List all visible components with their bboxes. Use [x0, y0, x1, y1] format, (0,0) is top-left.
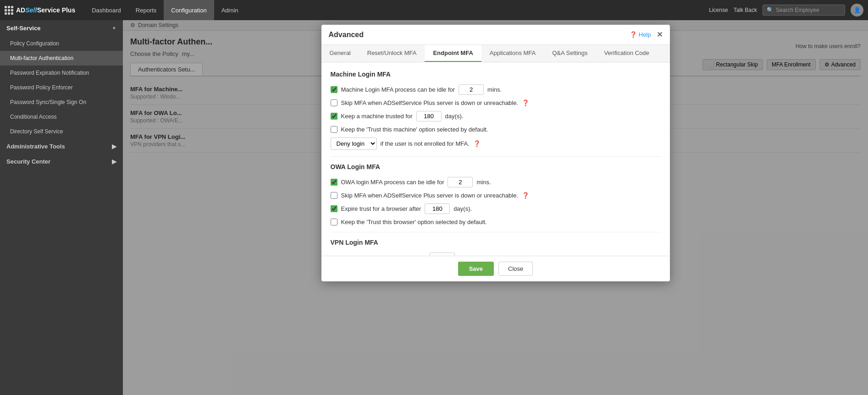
modal-help[interactable]: ❓ Help: [630, 31, 651, 38]
machine-deny-login-row: Deny login Allow login if the user is no…: [331, 137, 661, 150]
machine-trust-label[interactable]: Keep a machine trusted for: [331, 113, 413, 120]
owa-skip-text: Skip MFA when ADSelfService Plus server …: [341, 192, 519, 199]
machine-idle-checkbox[interactable]: [331, 86, 337, 93]
section-divider-2: [331, 232, 661, 232]
machine-default-trust-checkbox[interactable]: [331, 126, 337, 133]
license-link[interactable]: License: [709, 7, 728, 13]
nav-admin[interactable]: Admin: [214, 0, 246, 20]
owa-idle-text1: OWA login MFA process can be idle for: [341, 179, 444, 186]
machine-deny-login-select[interactable]: Deny login Allow login: [331, 137, 377, 150]
owa-default-trust-label[interactable]: Keep the 'Trust this browser' option sel…: [331, 219, 487, 225]
modal-backdrop: Advanced ❓ Help ✕ General Reset/Unlock M…: [123, 20, 868, 395]
owa-expire-trust-checkbox[interactable]: [331, 205, 337, 212]
sidebar: Self-Service ▼ Policy Configuration Mult…: [0, 20, 123, 395]
owa-skip-checkbox[interactable]: [331, 192, 337, 199]
machine-login-section-title: Machine Login MFA: [331, 71, 661, 78]
grid-icon: [5, 6, 13, 15]
chevron-down-icon: ▼: [112, 26, 116, 31]
sidebar-admin-tools[interactable]: Administrative Tools ▶: [0, 139, 123, 154]
sidebar-security-center[interactable]: Security Center ▶: [0, 154, 123, 169]
sidebar-item-password-expiry[interactable]: Password Expiration Notification: [0, 66, 123, 80]
top-nav: ADSelfService Plus Dashboard Reports Con…: [0, 0, 868, 20]
modal-header: Advanced ❓ Help ✕: [321, 25, 670, 45]
sidebar-item-password-policy[interactable]: Password Policy Enforcer: [0, 80, 123, 95]
nav-configuration[interactable]: Configuration: [164, 0, 214, 20]
tab-qa-settings[interactable]: Q&A Settings: [544, 45, 596, 62]
owa-idle-label[interactable]: OWA login MFA process can be idle for: [331, 179, 444, 186]
main-layout: Self-Service ▼ Policy Configuration Mult…: [0, 20, 868, 395]
machine-trust-input[interactable]: 180: [416, 111, 442, 121]
top-menu: Dashboard Reports Configuration Admin: [84, 0, 245, 20]
content-area: ⚙ Domain Settings Multi-factor Authen...…: [123, 20, 868, 395]
sidebar-item-directory-self-service[interactable]: Directory Self Service: [0, 124, 123, 139]
security-center-label: Security Center: [6, 158, 50, 165]
tab-verification-code[interactable]: Verification Code: [596, 45, 658, 62]
machine-skip-option: Skip MFA when ADSelfService Plus server …: [331, 99, 661, 106]
machine-skip-label[interactable]: Skip MFA when ADSelfService Plus server …: [331, 99, 519, 106]
owa-expire-trust-days: day(s).: [453, 205, 472, 212]
sidebar-item-mfa[interactable]: Multi-factor Authentication: [0, 51, 123, 66]
modal-title: Advanced: [329, 31, 630, 39]
machine-trust-days: day(s).: [445, 113, 464, 120]
security-center-chevron-icon: ▶: [112, 158, 116, 165]
machine-deny-login-suffix: if the user is not enrolled for MFA.: [381, 140, 470, 147]
advanced-modal: Advanced ❓ Help ✕ General Reset/Unlock M…: [321, 25, 670, 281]
machine-default-trust-text: Keep the 'Trust this machine' option sel…: [341, 126, 488, 133]
owa-skip-label[interactable]: Skip MFA when ADSelfService Plus server …: [331, 192, 519, 199]
search-icon: 🔍: [767, 7, 774, 13]
machine-trust-checkbox[interactable]: [331, 113, 337, 120]
owa-default-trust-text: Keep the 'Trust this browser' option sel…: [341, 219, 487, 225]
admin-tools-label: Administrative Tools: [6, 143, 65, 150]
search-box[interactable]: 🔍: [763, 5, 845, 16]
sidebar-item-conditional-access[interactable]: Conditional Access: [0, 110, 123, 124]
owa-login-section-title: OWA Login MFA: [331, 163, 661, 170]
top-right-area: License Talk Back 🔍 👤: [709, 4, 863, 16]
help-icon-machine-skip: ❓: [522, 99, 529, 106]
machine-default-trust-option: Keep the 'Trust this machine' option sel…: [331, 126, 661, 133]
nav-dashboard[interactable]: Dashboard: [84, 0, 128, 20]
machine-skip-checkbox[interactable]: [331, 99, 337, 106]
modal-body: Machine Login MFA Machine Login MFA proc…: [321, 62, 670, 256]
close-button[interactable]: Close: [498, 262, 533, 276]
sidebar-item-policy-config[interactable]: Policy Configuration: [0, 36, 123, 51]
sidebar-self-service[interactable]: Self-Service ▼: [0, 20, 123, 36]
machine-idle-input[interactable]: 2: [459, 84, 484, 95]
tab-general[interactable]: General: [321, 45, 359, 62]
machine-idle-label[interactable]: Machine Login MFA process can be idle fo…: [331, 86, 455, 93]
machine-idle-option: Machine Login MFA process can be idle fo…: [331, 84, 661, 95]
self-service-label: Self-Service: [6, 25, 40, 32]
modal-close-button[interactable]: ✕: [657, 30, 663, 39]
avatar: 👤: [851, 4, 863, 16]
vpn-session-input[interactable]: 2: [430, 252, 455, 256]
logo-text: ADSelfService Plus: [16, 6, 75, 14]
help-icon-owa-skip: ❓: [522, 192, 529, 199]
owa-default-trust-checkbox[interactable]: [331, 219, 337, 225]
machine-default-trust-label[interactable]: Keep the 'Trust this machine' option sel…: [331, 126, 488, 133]
owa-idle-input[interactable]: 2: [448, 177, 473, 187]
modal-footer: Save Close: [321, 256, 670, 281]
help-circle-icon: ❓: [630, 31, 637, 38]
save-button[interactable]: Save: [458, 262, 494, 276]
machine-trust-option: Keep a machine trusted for 180 day(s).: [331, 111, 661, 121]
tab-reset-unlock-mfa[interactable]: Reset/Unlock MFA: [359, 45, 425, 62]
owa-expire-trust-input[interactable]: 180: [425, 203, 450, 214]
owa-default-trust-option: Keep the 'Trust this browser' option sel…: [331, 219, 661, 225]
owa-expire-trust-option: Expire trust for a browser after 180 day…: [331, 203, 661, 214]
app-logo: ADSelfService Plus: [5, 6, 75, 15]
nav-reports[interactable]: Reports: [128, 0, 164, 20]
admin-tools-chevron-icon: ▶: [112, 143, 116, 150]
help-label: Help: [639, 31, 651, 38]
vpn-login-section-title: VPN Login MFA: [331, 239, 661, 246]
search-input[interactable]: [776, 7, 840, 13]
sidebar-item-password-sync[interactable]: Password Sync/Single Sign On: [0, 95, 123, 110]
machine-skip-text: Skip MFA when ADSelfService Plus server …: [341, 99, 519, 106]
owa-idle-checkbox[interactable]: [331, 179, 337, 186]
talkback-link[interactable]: Talk Back: [734, 7, 757, 13]
modal-tabs: General Reset/Unlock MFA Endpoint MFA Ap…: [321, 45, 670, 62]
tab-applications-mfa[interactable]: Applications MFA: [481, 45, 544, 62]
machine-trust-text1: Keep a machine trusted for: [341, 113, 413, 120]
owa-expire-trust-label[interactable]: Expire trust for a browser after: [331, 205, 421, 212]
tab-endpoint-mfa[interactable]: Endpoint MFA: [425, 45, 481, 62]
owa-expire-trust-text1: Expire trust for a browser after: [341, 205, 421, 212]
owa-skip-option: Skip MFA when ADSelfService Plus server …: [331, 192, 661, 199]
